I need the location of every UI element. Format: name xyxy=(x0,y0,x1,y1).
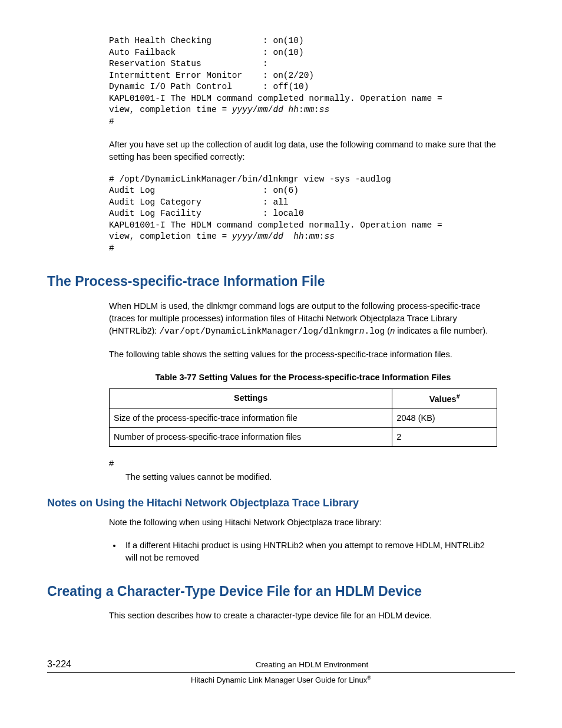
heading-character-device: Creating a Character-Type Device File fo… xyxy=(47,582,515,601)
page-number: 3-224 xyxy=(47,657,109,671)
table-caption: Table 3-77 Setting Values for the Proces… xyxy=(109,371,497,384)
bullet-list: If a different Hitachi product is using … xyxy=(109,539,497,564)
code-block-2: # /opt/DynamicLinkManager/bin/dlnkmgr vi… xyxy=(109,174,497,255)
paragraph: This section describes how to create a c… xyxy=(109,610,497,622)
th-settings: Settings xyxy=(110,388,392,409)
paragraph: Note the following when using Hitachi Ne… xyxy=(109,516,497,529)
page-footer: 3-224 Creating an HDLM Environment Hitac… xyxy=(47,657,515,686)
paragraph: After you have set up the collection of … xyxy=(109,139,497,163)
footer-doc-title: Hitachi Dynamic Link Manager User Guide … xyxy=(47,674,515,686)
paragraph: When HDLM is used, the dlnkmgr command l… xyxy=(109,300,497,338)
table-row: Number of process-specific-trace informa… xyxy=(110,427,497,446)
paragraph: The following table shows the setting va… xyxy=(109,348,497,361)
heading-notes-hntr: Notes on Using the Hitachi Network Objec… xyxy=(47,495,515,510)
th-values: Values# xyxy=(392,388,497,409)
values-table: Settings Values# Size of the process-spe… xyxy=(109,388,497,447)
footnote-text: The setting values cannot be modified. xyxy=(125,471,497,483)
table-row: Size of the process-specific-trace infor… xyxy=(110,409,497,427)
list-item: If a different Hitachi product is using … xyxy=(122,539,497,564)
heading-process-file: The Process-specific-trace Information F… xyxy=(47,272,515,291)
footer-section-title: Creating an HDLM Environment xyxy=(109,659,515,671)
code-block-1: Path Health Checking : on(10) Auto Failb… xyxy=(109,35,497,128)
footnote-hash: # xyxy=(109,457,497,470)
